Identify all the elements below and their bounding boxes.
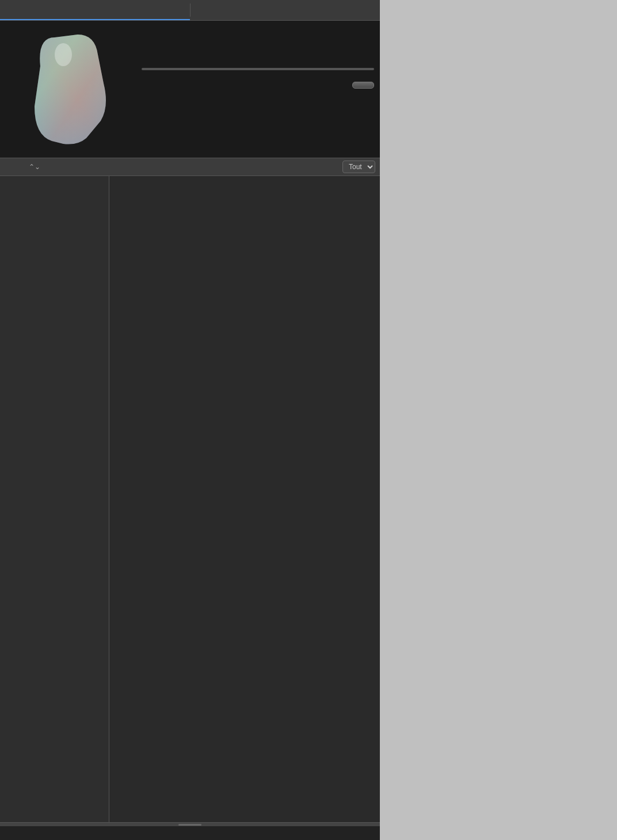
apply-btn-row	[142, 82, 374, 89]
preview-slider[interactable]	[142, 68, 374, 70]
materials-grid	[0, 826, 380, 840]
nav-back-button[interactable]	[5, 166, 12, 168]
soap-bubble-preview	[32, 32, 106, 147]
preview-slider-area	[142, 68, 374, 70]
nav-forward-button[interactable]	[12, 166, 18, 168]
preview-area	[0, 21, 380, 158]
preview-info	[132, 26, 374, 89]
theme-select[interactable]: Tout	[342, 161, 375, 173]
tab-bibliotheque[interactable]	[0, 0, 190, 20]
resize-handle-icon	[178, 824, 201, 826]
nav-bar: ⌃⌄ Tout	[0, 158, 380, 176]
categories-list	[109, 176, 380, 822]
nav-right: Tout	[340, 161, 375, 173]
annotation-panel	[380, 0, 617, 840]
svg-point-0	[55, 43, 72, 66]
main-panel: ⌃⌄ Tout	[0, 0, 380, 840]
tab-inspecteur[interactable]	[191, 0, 380, 20]
browser-area	[0, 176, 380, 823]
preview-image	[6, 26, 132, 152]
apply-button[interactable]	[352, 82, 374, 89]
sidebar	[0, 176, 109, 822]
tabs-bar	[0, 0, 380, 21]
nav-arrow-icon: ⌃⌄	[29, 163, 40, 171]
